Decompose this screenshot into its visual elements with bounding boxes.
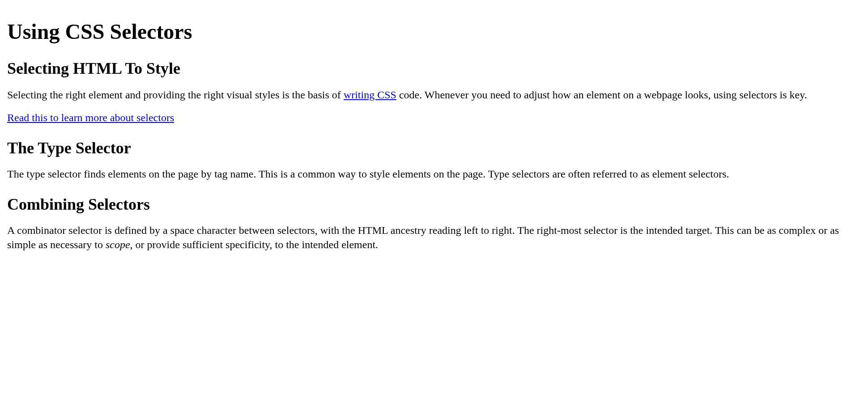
text-segment: code. Whenever you need to adjust how an… — [396, 89, 807, 101]
text-segment: , or provide sufficient specificity, to … — [130, 239, 379, 250]
paragraph-selecting: Selecting the right element and providin… — [7, 88, 861, 102]
section-heading-combining: Combining Selectors — [7, 194, 861, 215]
paragraph-combining: A combinator selector is defined by a sp… — [7, 224, 861, 251]
paragraph-type-selector: The type selector finds elements on the … — [7, 167, 861, 181]
text-segment: Selecting the right element and providin… — [7, 89, 344, 101]
paragraph-more-link: Read this to learn more about selectors — [7, 111, 861, 125]
writing-css-link[interactable]: writing CSS — [344, 89, 396, 101]
scope-emphasis: scope — [106, 239, 130, 250]
section-heading-type-selector: The Type Selector — [7, 138, 861, 159]
section-heading-selecting: Selecting HTML To Style — [7, 58, 861, 79]
page-title: Using CSS Selectors — [7, 18, 861, 46]
learn-more-selectors-link[interactable]: Read this to learn more about selectors — [7, 112, 174, 123]
